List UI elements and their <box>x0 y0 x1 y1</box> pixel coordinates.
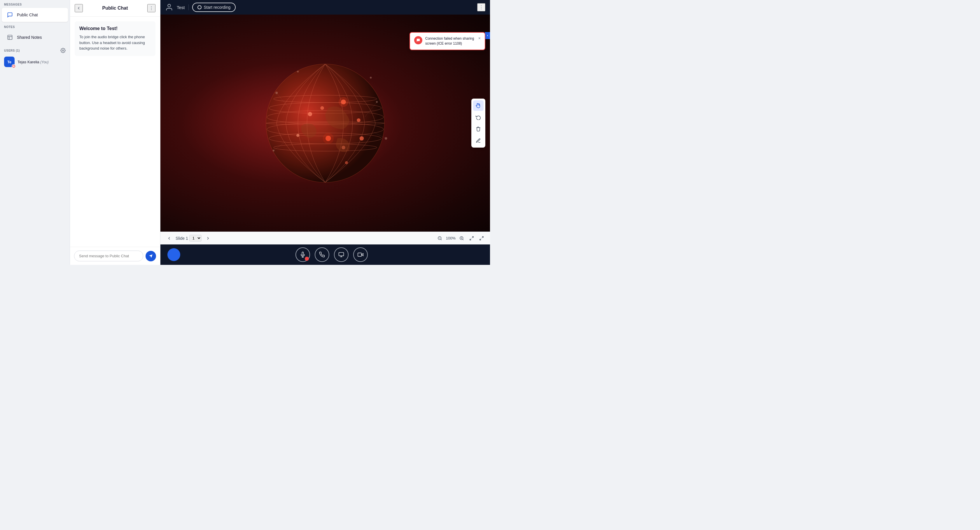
error-message: Connection failed when sharing screen (I… <box>425 36 476 46</box>
error-notification: Connection failed when sharing screen (I… <box>409 32 485 50</box>
svg-point-10 <box>481 9 482 10</box>
error-close-button[interactable]: × <box>478 36 480 40</box>
svg-point-30 <box>320 106 324 110</box>
sidebar-item-shared-notes[interactable]: Shared Notes <box>2 30 68 45</box>
svg-point-29 <box>296 134 299 137</box>
svg-point-26 <box>323 133 334 143</box>
app-container: MESSAGES Public Chat NOTES Shared Notes … <box>0 0 490 265</box>
presentation-area: Test Start recording <box>161 0 490 265</box>
svg-point-13 <box>266 64 384 182</box>
slide-indicator: Slide 1 1 <box>176 235 202 242</box>
bottom-left <box>167 248 180 261</box>
svg-rect-0 <box>8 35 12 40</box>
bottom-center <box>296 247 368 262</box>
undo-button[interactable] <box>473 112 484 123</box>
user-name: Tejas Karelia (You) <box>18 60 49 64</box>
topbar-left: Test Start recording <box>165 3 235 12</box>
chat-panel: Public Chat Welcome to Test! To join the… <box>70 0 161 265</box>
svg-line-59 <box>306 258 307 259</box>
fullscreen-button[interactable] <box>478 234 485 242</box>
main-area: MESSAGES Public Chat NOTES Shared Notes … <box>0 0 490 265</box>
avatar-badge <box>12 64 16 68</box>
sidebar-item-public-chat[interactable]: Public Chat <box>2 8 68 22</box>
topbar-more-button[interactable] <box>477 3 485 11</box>
delete-button[interactable] <box>473 124 484 134</box>
zoom-value: 100% <box>446 236 456 240</box>
notes-section-label: NOTES <box>0 22 70 30</box>
public-chat-label: Public Chat <box>17 13 38 17</box>
right-toolbar <box>471 99 485 148</box>
fit-screen-button[interactable] <box>468 234 476 242</box>
svg-line-52 <box>482 237 483 238</box>
svg-line-53 <box>480 239 481 240</box>
slide-controls: Slide 1 1 100% <box>161 232 490 244</box>
gear-icon[interactable] <box>60 48 65 53</box>
zoom-out-button[interactable] <box>436 234 444 242</box>
svg-point-28 <box>360 136 364 141</box>
slide-dropdown[interactable]: 1 <box>189 235 202 242</box>
user-item[interactable]: Te Tejas Karelia (You) <box>0 54 70 69</box>
chat-title: Public Chat <box>102 6 128 11</box>
topbar-divider <box>188 4 189 10</box>
svg-point-37 <box>297 71 299 72</box>
svg-point-38 <box>370 77 372 78</box>
svg-line-51 <box>470 239 471 240</box>
svg-point-31 <box>345 161 348 164</box>
svg-point-24 <box>308 112 312 116</box>
slide-container: Connection failed when sharing screen (I… <box>161 14 490 232</box>
chat-messages: Welcome to Test! To join the audio bridg… <box>70 17 160 247</box>
svg-point-8 <box>481 5 482 6</box>
next-slide-button[interactable] <box>204 234 212 242</box>
chat-more-button[interactable] <box>147 4 156 12</box>
svg-line-50 <box>472 237 473 238</box>
slide-label: Slide 1 <box>176 236 188 240</box>
messages-section-label: MESSAGES <box>0 0 70 7</box>
svg-rect-63 <box>358 253 362 256</box>
session-name: Test <box>177 5 185 10</box>
users-header: USERS (1) <box>0 45 70 54</box>
svg-line-44 <box>441 239 442 240</box>
chat-input-area <box>70 247 160 265</box>
hand-tool-button[interactable] <box>473 100 484 111</box>
users-section-label: USERS (1) <box>4 49 20 52</box>
record-dot <box>197 5 202 10</box>
svg-point-4 <box>151 6 152 7</box>
slide-navigation: Slide 1 1 <box>165 234 212 242</box>
svg-point-22 <box>339 97 348 107</box>
chat-input[interactable] <box>74 251 143 261</box>
camera-button[interactable] <box>353 247 368 262</box>
zoom-controls: 100% <box>436 234 485 242</box>
expand-button[interactable] <box>485 32 490 39</box>
welcome-box: Welcome to Test! To join the audio bridg… <box>75 21 156 56</box>
chat-back-button[interactable] <box>75 4 83 12</box>
bottom-bar <box>161 244 490 265</box>
error-icon <box>414 36 422 45</box>
chat-icon <box>6 11 14 19</box>
welcome-title: Welcome to Test! <box>80 26 151 31</box>
draw-button[interactable] <box>473 135 484 146</box>
avatar: Te <box>4 57 14 67</box>
add-button[interactable] <box>167 248 180 261</box>
welcome-text: To join the audio bridge click the phone… <box>80 34 151 51</box>
chat-send-button[interactable] <box>146 251 156 261</box>
globe-visualization <box>238 47 413 199</box>
svg-point-9 <box>481 7 482 8</box>
shared-notes-label: Shared Notes <box>17 35 42 40</box>
prev-slide-button[interactable] <box>165 234 173 242</box>
svg-point-33 <box>275 92 278 94</box>
svg-point-23 <box>357 118 360 122</box>
record-button[interactable]: Start recording <box>192 3 236 12</box>
mute-button[interactable] <box>296 247 310 262</box>
svg-rect-60 <box>339 253 344 256</box>
svg-line-47 <box>463 239 463 240</box>
svg-point-5 <box>151 8 152 8</box>
phone-button[interactable] <box>315 247 329 262</box>
zoom-in-button[interactable] <box>458 234 466 242</box>
notes-icon <box>6 33 14 41</box>
svg-line-58 <box>306 258 307 259</box>
sidebar: MESSAGES Public Chat NOTES Shared Notes … <box>0 0 70 265</box>
presentation-topbar: Test Start recording <box>161 0 490 14</box>
svg-point-7 <box>168 4 170 7</box>
screen-share-button[interactable] <box>334 247 348 262</box>
svg-point-3 <box>62 50 64 51</box>
